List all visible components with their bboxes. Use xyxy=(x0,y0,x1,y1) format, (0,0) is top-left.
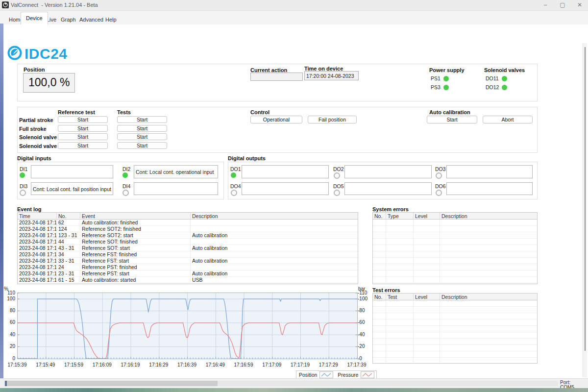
test-full-stroke-start-button[interactable]: Start xyxy=(117,125,167,132)
system-errors-column-header[interactable]: No. xyxy=(373,213,386,220)
test-errors-column-header[interactable]: Description xyxy=(440,294,537,300)
system-errors-cell xyxy=(386,270,414,277)
system-errors-row[interactable] xyxy=(373,220,537,226)
di1-field[interactable] xyxy=(31,165,113,178)
horizontal-scrollbar-thumb[interactable] xyxy=(5,381,218,386)
event-log-column-header[interactable]: Event xyxy=(80,213,191,220)
test-errors-row[interactable] xyxy=(373,313,537,319)
minimize-button[interactable]: – xyxy=(538,0,553,10)
test-solenoid-valve-start-button[interactable]: Start xyxy=(117,133,167,140)
reference-solenoid-valve-2-start-button[interactable]: Start xyxy=(58,142,108,149)
event-log-row[interactable]: 2023-24-08 17:18:4523 - 31Reference PST:… xyxy=(18,270,358,277)
event-log-row[interactable]: 2023-24-08 17:17:3661 - 15Auto calibrati… xyxy=(18,277,358,283)
tab-help[interactable]: Help xyxy=(100,15,122,24)
event-log-column-header[interactable]: Description xyxy=(191,213,358,220)
test-errors-row[interactable] xyxy=(373,332,537,339)
system-errors-row[interactable] xyxy=(373,226,537,232)
control-operational-button[interactable]: Operational xyxy=(250,116,302,123)
di2-field[interactable] xyxy=(134,165,218,178)
system-errors-column-header[interactable]: Type xyxy=(386,213,414,220)
control-fail-position-button[interactable]: Fail position xyxy=(308,116,357,123)
test-errors-cell xyxy=(373,300,386,307)
do3-field[interactable] xyxy=(446,165,533,178)
test-errors-cell xyxy=(414,345,440,351)
do2-field[interactable] xyxy=(344,165,432,178)
di3-field[interactable] xyxy=(31,182,113,195)
test-errors-row[interactable] xyxy=(373,339,537,345)
test-errors-row[interactable] xyxy=(373,345,537,351)
test-errors-row[interactable] xyxy=(373,319,537,326)
system-errors-row[interactable] xyxy=(373,239,537,245)
event-log-cell: 124 xyxy=(57,226,80,232)
system-errors-column-header[interactable]: Description xyxy=(440,213,537,220)
test-errors-row[interactable] xyxy=(373,326,537,332)
test-errors-cell xyxy=(386,319,414,326)
system-errors-row[interactable] xyxy=(373,270,537,277)
test-errors-cell xyxy=(386,313,414,319)
vertical-scrollbar-thumb[interactable] xyxy=(585,47,586,351)
horizontal-scrollbar[interactable] xyxy=(4,381,558,386)
system-errors-row[interactable] xyxy=(373,245,537,251)
system-errors-row[interactable] xyxy=(373,264,537,270)
close-button[interactable]: ✕ xyxy=(572,0,587,10)
event-log-column-header[interactable]: Time xyxy=(18,213,57,220)
reference-solenoid-valve-start-button[interactable]: Start xyxy=(58,133,108,140)
system-errors-row[interactable] xyxy=(373,258,537,264)
event-log-row[interactable]: 2023-24-08 17:19:1233 - 31Reference FST:… xyxy=(18,258,358,264)
current-action-field[interactable] xyxy=(250,73,303,81)
event-log-row[interactable]: 2023-24-08 17:19:2034Reference FST: fini… xyxy=(18,251,358,258)
event-log-row[interactable]: 2023-24-08 17:19:49124Reference SOT2: fi… xyxy=(18,226,358,232)
do1-field[interactable] xyxy=(242,165,329,178)
do4-field[interactable] xyxy=(242,182,329,195)
auto-calibration-start-button[interactable]: Start xyxy=(427,116,477,123)
title-bar: ValConnect - Version 1.21.04 - Beta – ▢ … xyxy=(0,0,588,11)
system-errors-cell xyxy=(373,270,386,277)
test-errors-row[interactable] xyxy=(373,351,537,358)
system-errors-column-header[interactable]: Level xyxy=(414,213,440,220)
test-errors-column-header[interactable]: No. xyxy=(373,294,386,300)
maximize-button[interactable]: ▢ xyxy=(555,0,570,10)
test-errors-row[interactable] xyxy=(373,307,537,313)
test-errors-cell xyxy=(440,300,537,307)
test-errors-row[interactable] xyxy=(373,300,537,307)
time-on-device-field[interactable] xyxy=(304,71,359,80)
x-axis-tick-label: 17:16:59 xyxy=(231,362,256,368)
event-log-row[interactable]: 2023-24-08 17:19:4962Auto calibration: f… xyxy=(18,220,358,226)
system-errors-cell xyxy=(373,226,386,232)
reference-partial-stroke-start-button[interactable]: Start xyxy=(58,116,108,123)
event-log-cell: Reference FST: start xyxy=(80,258,191,264)
tab-device[interactable]: Device xyxy=(21,12,48,24)
test-errors-cell xyxy=(440,345,537,351)
event-log-row[interactable]: 2023-24-08 17:19:3243 - 31Reference SOT:… xyxy=(18,245,358,251)
test-solenoid-valve-2-start-button[interactable]: Start xyxy=(117,142,167,149)
di4-field[interactable] xyxy=(134,182,218,195)
test-errors-cell xyxy=(414,332,440,339)
event-log-cell: 2023-24-08 17:19:20 xyxy=(18,251,57,258)
system-errors-cell xyxy=(414,270,440,277)
system-errors-row[interactable] xyxy=(373,251,537,258)
system-errors-row[interactable] xyxy=(373,232,537,239)
vertical-scrollbar[interactable] xyxy=(583,43,587,377)
do5-field[interactable] xyxy=(344,182,432,195)
system-errors-row[interactable] xyxy=(373,277,537,283)
event-log-row[interactable]: 2023-24-08 17:19:46123 - 31Reference SOT… xyxy=(18,232,358,239)
test-errors-column-header[interactable]: Test xyxy=(386,294,414,300)
test-errors-cell xyxy=(440,326,537,332)
do6-field[interactable] xyxy=(446,182,533,195)
solenoid-valve-2-label: Solenoid valve 2 xyxy=(19,143,61,149)
auto-calibration-abort-button[interactable]: Abort xyxy=(483,116,533,123)
di2-name: DI2 xyxy=(122,166,130,172)
test-errors-column-header[interactable]: Level xyxy=(414,294,440,300)
event-log-cell xyxy=(191,226,358,232)
event-log-column-header[interactable]: No. xyxy=(57,213,80,220)
test-errors-row[interactable] xyxy=(373,358,537,364)
test-errors-cell xyxy=(414,326,440,332)
ps3-led-icon xyxy=(443,85,449,90)
test-errors-cell xyxy=(440,319,537,326)
event-log-row[interactable]: 2023-24-08 17:19:0124Reference PST: fini… xyxy=(18,264,358,270)
do4-led-icon xyxy=(231,190,237,196)
event-log-row[interactable]: 2023-24-08 17:19:3444Reference SOT: fini… xyxy=(18,239,358,245)
test-errors-cell xyxy=(373,358,386,364)
reference-full-stroke-start-button[interactable]: Start xyxy=(58,125,108,132)
test-partial-stroke-start-button[interactable]: Start xyxy=(117,116,167,123)
